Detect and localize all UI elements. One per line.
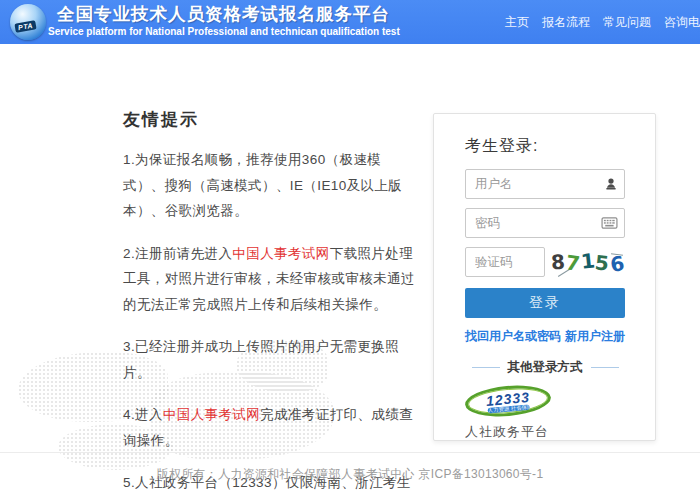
tip-item-2: 2.注册前请先进入中国人事考试网下载照片处理工具，对照片进行审核，未经审核或审核… (123, 241, 417, 318)
login-heading: 考生登录: (465, 136, 625, 157)
tip-text: 1.为保证报名顺畅，推荐使用360（极速模式）、搜狗（高速模式）、IE（IE10… (123, 152, 402, 218)
nav-item-faq[interactable]: 常见问题 (603, 14, 651, 31)
nav-item-registration-process[interactable]: 报名流程 (542, 14, 590, 31)
gov-platform-label: 人社政务平台 (465, 423, 625, 441)
gov-12333-logo[interactable]: 12333 人力资源 社会保障 (465, 386, 555, 416)
tip-text: 2.注册前请先进入 (123, 246, 232, 261)
other-login-divider: 其他登录方式 (465, 359, 625, 376)
header-nav: 主页 报名流程 常见问题 咨询电话 (505, 0, 700, 44)
person-icon (604, 177, 618, 191)
tip-item-3: 3.已经注册并成功上传照片的用户无需更换照片。 (123, 334, 417, 385)
captcha-input[interactable] (465, 247, 545, 277)
site-logo-icon: PTA (10, 4, 46, 40)
tip-text: 4.进入 (123, 407, 163, 422)
captcha-row: 87156 (465, 247, 625, 277)
forgot-username-password-link[interactable]: 找回用户名或密码 (465, 328, 561, 345)
cpta-site-link[interactable]: 中国人事考试网 (232, 246, 329, 261)
friendly-tips-section: 友情提示 1.为保证报名顺畅，推荐使用360（极速模式）、搜狗（高速模式）、IE… (123, 108, 417, 491)
login-panel: 考生登录: 87156 登录 找回用户名或密码 新用户注册 其他登录方式 123… (433, 113, 656, 441)
new-user-register-link[interactable]: 新用户注册 (565, 328, 625, 345)
tips-heading: 友情提示 (123, 108, 417, 132)
captcha-image[interactable]: 87156 (551, 247, 625, 277)
username-input[interactable] (465, 169, 625, 199)
nav-item-home[interactable]: 主页 (505, 14, 529, 31)
tip-item-4: 4.进入中国人事考试网完成准考证打印、成绩查询操作。 (123, 402, 417, 453)
cpta-site-link[interactable]: 中国人事考试网 (163, 407, 260, 422)
username-field (465, 169, 625, 199)
header: PTA 全国专业技术人员资格考试报名服务平台 Service platform … (0, 0, 700, 44)
login-links: 找回用户名或密码 新用户注册 (465, 328, 625, 345)
tip-item-1: 1.为保证报名顺畅，推荐使用360（极速模式）、搜狗（高速模式）、IE（IE10… (123, 147, 417, 224)
page-subtitle: Service platform for National Profession… (48, 25, 400, 38)
gov-12333-logo-icon: 12333 人力资源 社会保障 (464, 382, 552, 419)
captcha-field (465, 247, 545, 277)
divider-line (591, 367, 619, 368)
password-field (465, 208, 625, 238)
page-title: 全国专业技术人员资格考试报名服务平台 (57, 3, 400, 25)
other-login-label: 其他登录方式 (508, 359, 583, 376)
site-logo-text: PTA (14, 20, 36, 33)
title-block: 全国专业技术人员资格考试报名服务平台 Service platform for … (46, 3, 400, 38)
keyboard-icon (601, 217, 618, 230)
login-button[interactable]: 登录 (465, 288, 625, 318)
copyright-text: 版权所有：人力资源和社会保障部人事考试中心 京ICP备13013060号-1 (157, 466, 544, 483)
tip-text: 3.已经注册并成功上传照片的用户无需更换照片。 (123, 339, 399, 380)
divider-line (472, 367, 500, 368)
footer: 版权所有：人力资源和社会保障部人事考试中心 京ICP备13013060号-1 (0, 452, 700, 491)
nav-item-phone[interactable]: 咨询电话 (664, 14, 700, 31)
